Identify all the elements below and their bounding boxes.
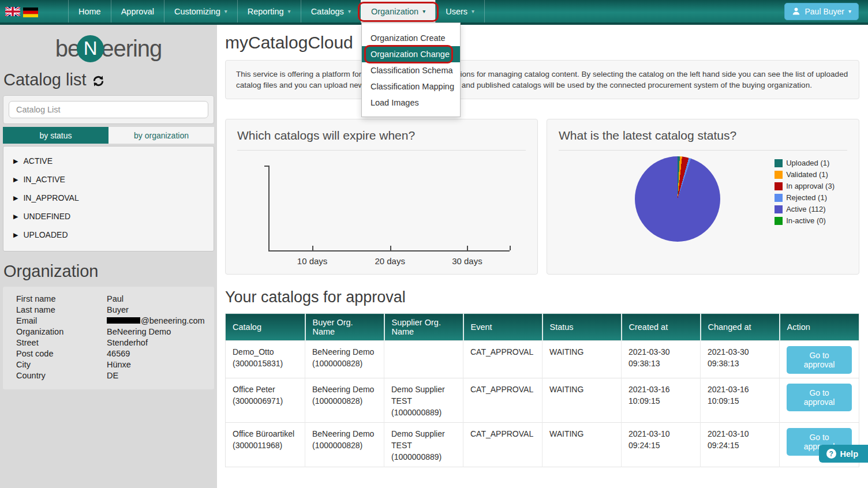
chevron-down-icon: ▾ <box>225 8 227 14</box>
catalog-search-input[interactable] <box>9 101 208 118</box>
y-axis <box>268 166 270 251</box>
service-description: This service is offering a platform for … <box>225 60 859 99</box>
accordion-arrow-icon: ▶ <box>13 157 18 165</box>
nav-item-label: Catalogs <box>311 7 344 16</box>
accordion-item-active[interactable]: ▶ ACTIVE <box>3 152 214 170</box>
go-to-approval-button[interactable]: Go to approval <box>787 346 852 374</box>
legend-item-in-active: In-active (0) <box>775 216 835 225</box>
col-header-action: Action <box>780 314 859 341</box>
field-value: DE <box>107 370 118 381</box>
nav-item-home[interactable]: Home <box>68 0 111 22</box>
cell-event: CAT_APPROVAL <box>463 423 542 467</box>
field-label: City <box>3 359 107 370</box>
org-field-organization: Organization BeNeering Demo <box>3 326 214 337</box>
legend-item-active: Active (112) <box>775 205 835 213</box>
status-chart-title: What is the latest catalog status? <box>559 129 847 151</box>
cell-buyer-org: BeNeering Demo(1000000828) <box>305 423 384 467</box>
catalog-list-title: Catalog list <box>3 70 86 89</box>
organization-heading: Organization <box>3 262 217 281</box>
col-header-changed-at: Changed at <box>701 314 780 341</box>
german-flag-icon[interactable] <box>23 7 38 17</box>
nav-item-label: Reporting <box>248 7 284 16</box>
nav-item-organization[interactable]: Organization ▾ Organization Create Organ… <box>361 0 435 22</box>
accordion-arrow-icon: ▶ <box>13 213 18 220</box>
accordion-label: IN_ACTIVE <box>23 175 65 184</box>
field-value: Buyer <box>107 305 129 316</box>
col-header-event: Event <box>463 314 542 341</box>
field-label: Street <box>3 337 107 348</box>
cell-event: CAT_APPROVAL <box>463 378 542 423</box>
email-domain: @beneering.com <box>141 316 205 325</box>
legend-label: Rejected (1) <box>786 193 827 202</box>
go-to-approval-button[interactable]: Go to approval <box>787 384 852 411</box>
col-header-created-at: Created at <box>622 314 701 341</box>
legend-item-in-approval: In approval (3) <box>775 182 835 190</box>
field-label: Last name <box>3 305 107 316</box>
cell-action: Go to approval <box>780 378 859 423</box>
table-row: Office Büroartikel(3000011968) BeNeering… <box>226 423 859 467</box>
nav-item-users[interactable]: Users ▾ <box>435 0 485 22</box>
legend-swatch <box>775 205 783 213</box>
cell-status: WAITING <box>542 423 622 467</box>
accordion-item-in-active[interactable]: ▶ IN_ACTIVE <box>3 170 214 189</box>
page-title: myCatalogCloud <box>225 33 859 52</box>
status-chart-panel: What is the latest catalog status? Uploa… <box>547 119 859 275</box>
legend-item-uploaded: Uploaded (1) <box>775 159 835 167</box>
cell-supplier-org: Demo Supplier TEST(1000000889) <box>384 378 463 423</box>
x-axis <box>268 250 510 251</box>
menu-item-classification-schema[interactable]: Classification Schema <box>362 62 460 78</box>
nav-item-customizing[interactable]: Customizing ▾ <box>164 0 237 22</box>
cell-event: CAT_APPROVAL <box>463 341 542 378</box>
refresh-icon[interactable] <box>92 74 105 88</box>
uk-flag-icon[interactable] <box>5 7 20 16</box>
cell-changed-at: 2021-03-10 09:24:15 <box>701 423 780 467</box>
nav-item-reporting[interactable]: Reporting ▾ <box>237 0 301 22</box>
accordion-item-uploaded[interactable]: ▶ UPLOADED <box>3 226 214 244</box>
organization-title: Organization <box>3 262 98 281</box>
field-value: @beneering.com <box>107 316 205 326</box>
pie-chart <box>635 156 720 242</box>
menu-item-organization-change[interactable]: Organization Change <box>362 46 460 62</box>
main-menu: Home Approval Customizing ▾ Reporting ▾ … <box>68 0 485 22</box>
cell-buyer-org: BeNeering Demo(1000000828) <box>305 378 384 423</box>
logo-text-post: eering <box>101 36 162 62</box>
nav-item-approval[interactable]: Approval <box>111 0 164 22</box>
chevron-down-icon: ▾ <box>472 8 474 14</box>
legend-swatch <box>775 159 783 167</box>
legend-swatch <box>775 194 783 202</box>
redaction-box <box>107 317 140 324</box>
nav-item-catalogs[interactable]: Catalogs ▾ <box>301 0 361 22</box>
field-label: Organization <box>3 326 107 337</box>
x-tick-10-days <box>312 246 313 250</box>
accordion-label: ACTIVE <box>23 156 53 166</box>
menu-item-load-images[interactable]: Load Images <box>362 95 460 111</box>
help-icon: ? <box>826 449 836 459</box>
org-field-street: Street Stenderhof <box>3 337 214 348</box>
legend-item-validated: Validated (1) <box>775 170 835 179</box>
language-switcher <box>0 0 68 22</box>
help-button[interactable]: ? Help <box>819 445 868 463</box>
top-navbar: Home Approval Customizing ▾ Reporting ▾ … <box>0 0 868 25</box>
accordion-item-undefined[interactable]: ▶ UNDEFINED <box>3 207 214 226</box>
accordion-item-in-approval[interactable]: ▶ IN_APPROVAL <box>3 189 214 207</box>
expiry-chart-axes: 10 days 20 days 30 days <box>237 152 526 270</box>
x-label-30-days: 30 days <box>452 256 482 266</box>
legend-label: Active (112) <box>786 205 825 213</box>
menu-item-classification-mapping[interactable]: Classification Mapping <box>362 78 460 95</box>
menu-item-organization-create[interactable]: Organization Create <box>362 30 460 46</box>
user-menu-button[interactable]: Paul Buyer ▾ <box>784 3 859 20</box>
legend-label: Validated (1) <box>786 170 828 179</box>
organization-dropdown-menu: Organization Create Organization Change … <box>361 22 461 117</box>
legend-label: In approval (3) <box>786 182 835 190</box>
organization-details-panel: First name Paul Last name Buyer Email @b… <box>3 287 214 389</box>
col-header-catalog: Catalog <box>226 314 305 341</box>
tab-by-organization[interactable]: by organization <box>108 127 214 144</box>
logo-n-circle: N <box>77 35 104 62</box>
accordion-arrow-icon: ▶ <box>13 176 18 183</box>
tab-by-status[interactable]: by status <box>3 127 108 144</box>
cell-created-at: 2021-03-30 09:38:13 <box>622 341 701 378</box>
cell-created-at: 2021-03-10 09:24:15 <box>622 423 701 467</box>
x-label-10-days: 10 days <box>297 256 328 266</box>
x-tick-20-days <box>390 246 391 250</box>
legend-item-rejected: Rejected (1) <box>775 193 835 202</box>
